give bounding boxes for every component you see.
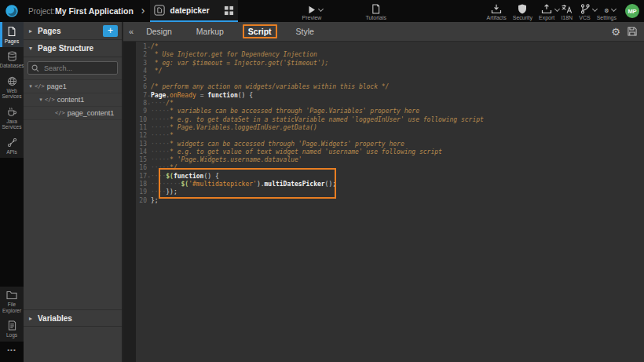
- i18n-button[interactable]: I18N: [561, 2, 573, 20]
- preview-button[interactable]: Preview: [302, 2, 322, 20]
- code-line-16: 16·····*/: [136, 164, 644, 172]
- chevron-down-icon[interactable]: [318, 5, 324, 11]
- preview-label: Preview: [302, 15, 322, 20]
- script-code-editor[interactable]: 1-/*2 * Use Injector.get for Dependency …: [136, 42, 644, 362]
- line-number: 9: [136, 108, 147, 115]
- tutorials-label: Tutorials: [365, 15, 386, 20]
- export-button[interactable]: Export: [539, 2, 554, 20]
- tabbar-actions: ⚙: [611, 27, 637, 37]
- gear-icon: ⚙: [604, 8, 609, 14]
- save-icon[interactable]: [628, 27, 637, 36]
- sidebar-item-pages[interactable]: Pages: [0, 22, 24, 47]
- tree-item-label: content1: [57, 96, 85, 104]
- api-icon: [7, 137, 17, 148]
- code-text: ·····* widgets can be accessed through '…: [151, 141, 404, 148]
- play-icon: [308, 5, 316, 14]
- sidebar-item-logs[interactable]: Logs: [0, 316, 24, 341]
- sidebar-item-label: Web Services: [0, 88, 24, 100]
- fold-spacer: [147, 75, 151, 83]
- code-line-8: 8-····/*: [136, 100, 644, 108]
- editor-tab-bar: « DesignMarkupScriptStyle ⚙: [123, 22, 644, 42]
- sidebar-item-databases[interactable]: Databases: [0, 47, 24, 71]
- line-number: 16: [136, 164, 147, 172]
- sidebar-item-label: Pages: [5, 38, 19, 44]
- code-text: ·····*/: [151, 164, 177, 172]
- project-label: Project:: [28, 7, 55, 16]
- line-number: 1: [136, 43, 147, 51]
- tutorials-icon: [371, 4, 380, 14]
- rail-top-group: PagesDatabasesWeb ServicesJava ServicesA…: [0, 22, 24, 158]
- security-button[interactable]: Security: [513, 2, 532, 20]
- code-line-4: 4 */: [136, 68, 644, 75]
- panel-bottom-fill: [24, 327, 122, 362]
- add-page-button[interactable]: +: [103, 25, 118, 37]
- tutorials-button[interactable]: Tutorials: [365, 2, 386, 20]
- code-text: ·····* Page.Variables.loggedInUser.getDa…: [151, 124, 317, 132]
- vcs-button[interactable]: VCS: [579, 2, 590, 20]
- topbar-left-actions: PreviewTutorials: [302, 2, 387, 20]
- tree-item-page1[interactable]: ▾</>page1: [24, 80, 122, 93]
- open-page-tab[interactable]: datepicker: [150, 0, 238, 22]
- tab-design[interactable]: Design: [141, 24, 177, 38]
- pages-collapse-arrow-icon[interactable]: ▸: [27, 27, 34, 35]
- line-number: 19: [136, 188, 147, 196]
- tab-markup[interactable]: Markup: [191, 24, 229, 38]
- settings-button[interactable]: ⚙Settings: [597, 2, 617, 20]
- artifacts-label: Artifacts: [486, 15, 506, 20]
- project-breadcrumb: Project:My First Application: [28, 6, 134, 16]
- gear-icon[interactable]: ⚙: [611, 27, 620, 37]
- security-label: Security: [513, 15, 532, 20]
- chevron-down-icon[interactable]: [611, 5, 617, 11]
- variables-header[interactable]: ▸ Variables: [24, 309, 122, 327]
- code-text: ····$(function() {: [151, 173, 219, 181]
- code-text: /*: [151, 43, 159, 51]
- rail-bottom-group: File ExplorerLogs•••: [0, 287, 24, 362]
- code-line-11: 11·····* Page.Variables.loggedInUser.get…: [136, 124, 644, 132]
- project-chevron-icon: ›: [141, 4, 145, 16]
- translate-icon: [561, 4, 573, 14]
- search-icon: [31, 64, 39, 72]
- sidebar-item-apis[interactable]: APIs: [0, 133, 24, 158]
- pages-panel: ▸ Pages + ▾ Page Structure ▾</>page1▾</>…: [24, 22, 123, 362]
- page-structure-header[interactable]: ▾ Page Structure: [24, 40, 122, 57]
- page-structure-arrow-icon[interactable]: ▾: [27, 45, 34, 52]
- tree-expand-arrow-icon[interactable]: ▾: [27, 83, 34, 90]
- line-number: 18: [136, 181, 147, 188]
- code-line-18: 18········$('#multidatepicker').multiDat…: [136, 181, 644, 188]
- line-number: 15: [136, 156, 147, 164]
- tree-item-content1[interactable]: ▾</>content1: [24, 93, 122, 107]
- branch-icon: [580, 4, 590, 14]
- pages-panel-title: Pages: [38, 27, 103, 35]
- code-text: */: [151, 68, 162, 75]
- tree-item-page_content1[interactable]: </>page_content1: [24, 107, 122, 120]
- tab-style[interactable]: Style: [291, 24, 320, 38]
- tab-script[interactable]: Script: [243, 24, 277, 38]
- line-number: 7: [136, 92, 147, 100]
- sidebar-item-more[interactable]: •••: [0, 342, 24, 360]
- chevron-down-icon[interactable]: [554, 5, 560, 11]
- sidebar-item-java-services[interactable]: Java Services: [0, 103, 24, 133]
- tree-expand-arrow-icon[interactable]: ▾: [38, 97, 44, 103]
- page-icon: [7, 26, 16, 37]
- grid-icon[interactable]: [224, 5, 234, 16]
- sidebar-item-label: Databases: [0, 63, 24, 68]
- code-line-20: 20};: [136, 197, 644, 205]
- top-bar: Project:My First Application › datepicke…: [0, 0, 644, 22]
- shield-icon: [518, 4, 527, 14]
- collapse-panel-button[interactable]: «: [129, 27, 134, 36]
- variables-arrow-icon[interactable]: ▸: [27, 315, 34, 322]
- code-text: ·····* variables can be accessed through…: [151, 108, 419, 115]
- code-text: Page.onReady = function() {: [151, 92, 253, 100]
- topbar-right-actions: ArtifactsSecurityExportI18NVCS⚙Settings: [486, 2, 617, 20]
- artifacts-button[interactable]: Artifacts: [486, 2, 506, 20]
- code-line-13: 13·····* widgets can be accessed through…: [136, 141, 644, 148]
- sidebar-item-file-explorer[interactable]: File Explorer: [0, 287, 24, 316]
- avatar[interactable]: MP: [625, 4, 639, 18]
- sidebar-item-web-services[interactable]: Web Services: [0, 72, 24, 103]
- search-input[interactable]: [42, 64, 114, 73]
- code-line-9: 9·····* variables can be accessed throug…: [136, 108, 644, 115]
- i18n-label: I18N: [561, 15, 573, 20]
- wavemaker-logo-icon[interactable]: [0, 0, 24, 22]
- code-text: ·····* 'Page.Widgets.username.datavalue': [151, 156, 302, 164]
- search-box[interactable]: [27, 61, 118, 75]
